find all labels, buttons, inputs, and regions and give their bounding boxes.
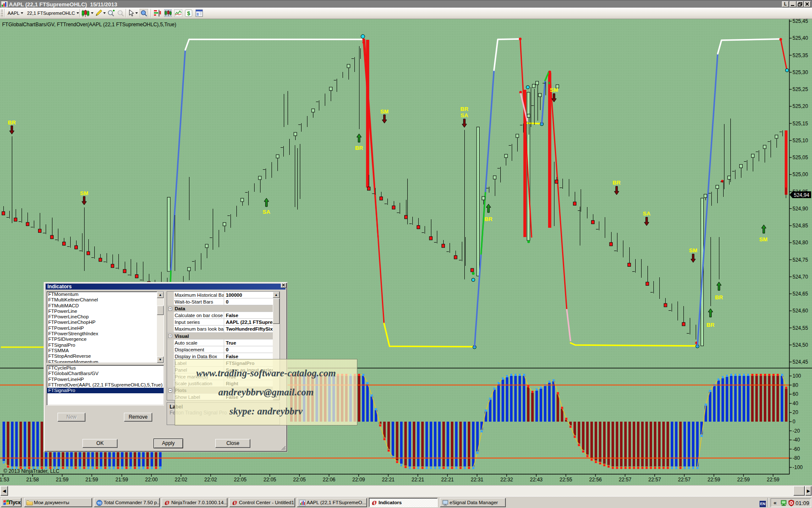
svg-text:40: 40 bbox=[793, 400, 798, 406]
svg-text:525,45: 525,45 bbox=[793, 18, 808, 24]
svg-text:22:59: 22:59 bbox=[737, 477, 750, 483]
svg-text:-40: -40 bbox=[793, 437, 800, 443]
svg-text:524,90: 524,90 bbox=[793, 206, 808, 212]
svg-text:22:05: 22:05 bbox=[293, 477, 306, 483]
svg-text:BR: BR bbox=[613, 179, 621, 186]
svg-text:22:02: 22:02 bbox=[204, 477, 217, 483]
svg-text:525,40: 525,40 bbox=[793, 35, 808, 41]
svg-text:525,30: 525,30 bbox=[793, 69, 808, 75]
svg-text:524,85: 524,85 bbox=[793, 223, 808, 229]
svg-text:BR: BR bbox=[461, 106, 469, 112]
svg-text:-100: -100 bbox=[793, 464, 803, 470]
svg-text:22:06: 22:06 bbox=[323, 477, 335, 483]
svg-text:BR: BR bbox=[715, 294, 723, 301]
svg-text:TC: TC bbox=[97, 501, 102, 505]
svg-text:22:59: 22:59 bbox=[767, 477, 779, 483]
svg-text:524,45: 524,45 bbox=[793, 359, 808, 365]
svg-text:22:56: 22:56 bbox=[589, 477, 602, 483]
svg-text:SM: SM bbox=[550, 87, 558, 93]
svg-text:22:09: 22:09 bbox=[352, 477, 365, 483]
svg-text:524,75: 524,75 bbox=[793, 257, 808, 263]
svg-text:524,70: 524,70 bbox=[793, 274, 808, 280]
svg-text:22:00: 22:00 bbox=[145, 477, 158, 483]
svg-text:FTGlobalChartBars/GV, FTTrendO: FTGlobalChartBars/GV, FTTrendOver(AAPL (… bbox=[2, 22, 176, 28]
svg-text:BR: BR bbox=[8, 119, 16, 126]
svg-text:524,65: 524,65 bbox=[793, 291, 808, 297]
svg-text:524,80: 524,80 bbox=[793, 240, 808, 246]
svg-text:525,00: 525,00 bbox=[793, 171, 808, 177]
svg-text:SM: SM bbox=[80, 190, 88, 196]
svg-text:524,94: 524,94 bbox=[794, 192, 809, 198]
svg-text:SA: SA bbox=[263, 209, 271, 215]
svg-text:22:55: 22:55 bbox=[560, 477, 572, 483]
svg-text:525,25: 525,25 bbox=[793, 86, 808, 92]
svg-text:-60: -60 bbox=[793, 446, 800, 452]
svg-text:80: 80 bbox=[793, 382, 798, 388]
svg-text:22:57: 22:57 bbox=[678, 477, 691, 483]
svg-text:22:21: 22:21 bbox=[382, 477, 395, 483]
svg-text:525,05: 525,05 bbox=[793, 155, 808, 160]
svg-text:21:58: 21:58 bbox=[26, 477, 39, 483]
svg-text:SM: SM bbox=[689, 247, 697, 254]
svg-text:-20: -20 bbox=[793, 428, 800, 434]
svg-text:22:31: 22:31 bbox=[471, 477, 483, 483]
svg-text:BR: BR bbox=[355, 145, 363, 151]
svg-text:21:53: 21:53 bbox=[0, 477, 9, 483]
svg-text:525,10: 525,10 bbox=[793, 138, 808, 144]
svg-text:60: 60 bbox=[793, 391, 798, 397]
svg-text:22:05: 22:05 bbox=[234, 477, 247, 483]
svg-text:525,20: 525,20 bbox=[793, 103, 808, 109]
svg-text:-80: -80 bbox=[793, 455, 800, 461]
svg-text:SA: SA bbox=[461, 112, 469, 119]
svg-text:21:59: 21:59 bbox=[115, 477, 128, 483]
svg-text:21:59: 21:59 bbox=[85, 477, 98, 483]
svg-text:22:32: 22:32 bbox=[500, 477, 513, 483]
svg-text:525,35: 525,35 bbox=[793, 52, 808, 58]
svg-text:BR: BR bbox=[485, 216, 493, 222]
svg-text:SM: SM bbox=[759, 236, 768, 243]
svg-text:22:57: 22:57 bbox=[648, 477, 661, 483]
svg-text:22:05: 22:05 bbox=[263, 477, 276, 483]
svg-text:20: 20 bbox=[793, 409, 798, 415]
svg-text:100: 100 bbox=[793, 373, 801, 379]
svg-text:22:21: 22:21 bbox=[441, 477, 454, 483]
svg-text:525,15: 525,15 bbox=[793, 121, 808, 127]
svg-text:22:59: 22:59 bbox=[708, 477, 720, 483]
svg-text:© 2013 NinjaTrader, LLC: © 2013 NinjaTrader, LLC bbox=[3, 468, 60, 474]
svg-text:SM: SM bbox=[380, 108, 389, 115]
svg-text:$: $ bbox=[187, 10, 190, 17]
svg-text:22:43: 22:43 bbox=[530, 477, 543, 483]
svg-text:524,50: 524,50 bbox=[793, 342, 808, 348]
svg-text:22:02: 22:02 bbox=[175, 477, 187, 483]
svg-text:524,55: 524,55 bbox=[793, 325, 808, 331]
svg-text:0: 0 bbox=[793, 419, 796, 425]
svg-text:524,60: 524,60 bbox=[793, 308, 808, 314]
svg-text:22:21: 22:21 bbox=[411, 477, 424, 483]
svg-text:BR: BR bbox=[707, 322, 715, 328]
svg-text:SA: SA bbox=[643, 210, 651, 217]
svg-text:21:59: 21:59 bbox=[56, 477, 69, 483]
svg-text:22:57: 22:57 bbox=[619, 477, 631, 483]
